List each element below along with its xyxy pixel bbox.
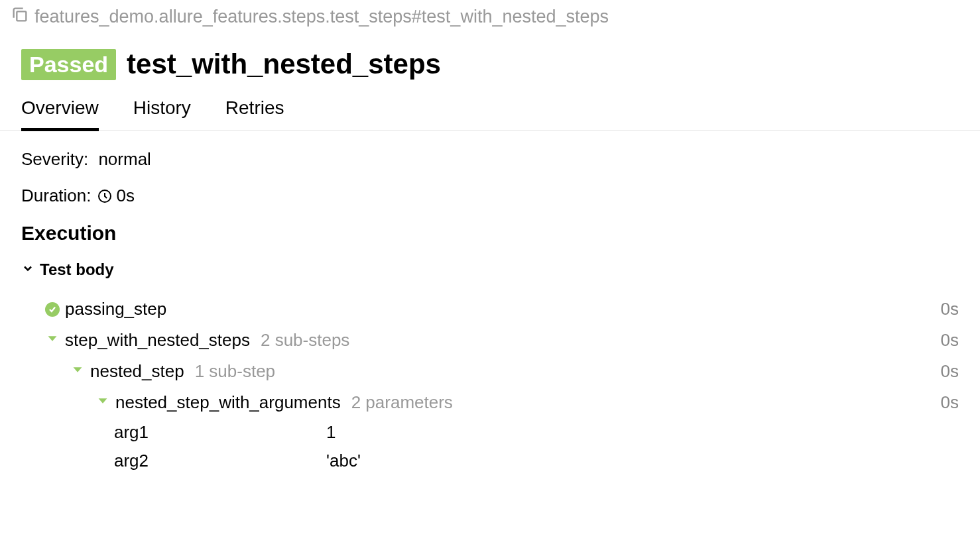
- duration-value: 0s: [117, 186, 135, 206]
- param-row: arg1 1: [21, 418, 959, 447]
- chevron-down-icon: [45, 330, 60, 351]
- step-name: nested_step_with_arguments: [115, 392, 341, 413]
- tab-retries[interactable]: Retries: [225, 91, 284, 131]
- breadcrumb-text: features_demo.allure_features.steps.test…: [34, 7, 609, 27]
- step-duration: 0s: [941, 361, 959, 382]
- param-value: 1: [326, 422, 336, 443]
- test-body-label: Test body: [40, 260, 114, 279]
- execution-heading: Execution: [21, 222, 959, 245]
- svg-rect-0: [17, 11, 26, 21]
- step-name: passing_step: [65, 299, 166, 319]
- clock-icon: [97, 188, 113, 204]
- step-hint: 2 sub-steps: [261, 330, 349, 351]
- step-name: step_with_nested_steps: [65, 330, 250, 351]
- test-body-toggle[interactable]: Test body: [21, 260, 959, 279]
- check-circle-icon: [45, 302, 60, 317]
- severity-label: Severity:: [21, 149, 88, 170]
- param-name: arg1: [114, 422, 326, 443]
- duration-label: Duration:: [21, 186, 92, 206]
- duration-row: Duration: 0s: [21, 186, 959, 206]
- step-duration: 0s: [941, 392, 959, 413]
- step-with-nested[interactable]: step_with_nested_steps 2 sub-steps 0s: [21, 325, 959, 356]
- chevron-down-icon: [21, 260, 34, 279]
- step-nested[interactable]: nested_step 1 sub-step 0s: [21, 356, 959, 387]
- tab-overview[interactable]: Overview: [21, 91, 99, 131]
- status-badge: Passed: [21, 49, 116, 80]
- step-passing[interactable]: passing_step 0s: [21, 294, 959, 325]
- tab-history[interactable]: History: [133, 91, 191, 131]
- severity-row: Severity: normal: [21, 149, 959, 170]
- chevron-down-icon: [70, 361, 85, 382]
- chevron-down-icon: [95, 392, 110, 413]
- content: Severity: normal Duration: 0s Execution …: [0, 131, 980, 494]
- step-nested-args[interactable]: nested_step_with_arguments 2 parameters …: [21, 387, 959, 418]
- title-row: Passed test_with_nested_steps: [0, 34, 980, 91]
- step-name: nested_step: [90, 361, 184, 382]
- test-title: test_with_nested_steps: [127, 48, 441, 80]
- severity-value: normal: [98, 149, 151, 170]
- param-row: arg2 'abc': [21, 447, 959, 475]
- tabs: Overview History Retries: [0, 91, 980, 131]
- param-value: 'abc': [326, 451, 361, 471]
- step-duration: 0s: [941, 299, 959, 319]
- step-duration: 0s: [941, 330, 959, 351]
- step-hint: 2 parameters: [351, 392, 453, 413]
- copy-icon[interactable]: [11, 5, 29, 28]
- breadcrumb: features_demo.allure_features.steps.test…: [0, 0, 980, 34]
- param-name: arg2: [114, 451, 326, 471]
- step-hint: 1 sub-step: [195, 361, 275, 382]
